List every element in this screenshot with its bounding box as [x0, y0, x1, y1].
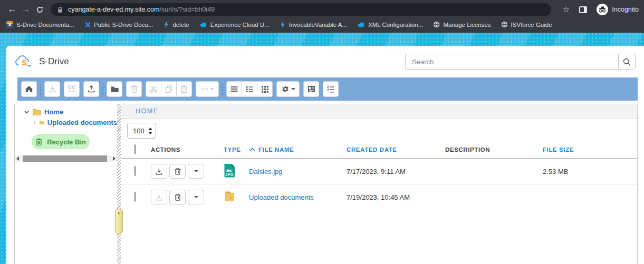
view-button-group — [226, 81, 273, 97]
sdrive-logo-icon: S — [15, 55, 33, 69]
folder-icon — [33, 109, 41, 115]
toolbar-separator — [37, 84, 44, 94]
lock-icon — [57, 6, 63, 13]
bookmark-sdrive-documentation[interactable]: S S-Drive Documenta... — [6, 21, 74, 28]
search-button[interactable] — [618, 54, 636, 70]
trash-icon — [174, 193, 181, 201]
collapse-panel-handle[interactable]: ‹ — [115, 209, 123, 234]
bookmark-star-icon[interactable]: ☆ — [563, 5, 570, 14]
paste-button[interactable] — [176, 81, 192, 97]
upload-icon — [87, 85, 95, 93]
chevron-down-icon — [194, 170, 198, 172]
copy-button[interactable] — [161, 81, 177, 97]
bookmark-manage-licenses[interactable]: Manage Licenses — [433, 21, 491, 28]
gear-icon — [281, 85, 290, 93]
increment-icon[interactable] — [148, 128, 152, 130]
more-actions-button[interactable] — [196, 81, 219, 97]
column-header-type[interactable]: TYPE — [224, 146, 249, 153]
grid-view-button[interactable] — [257, 81, 273, 97]
scrollbar-track[interactable] — [21, 155, 111, 162]
row-download-button[interactable] — [151, 164, 167, 179]
table-row: Uploaded documents 7/19/2023, 10:45 AM — [121, 184, 637, 210]
column-header-actions: ACTIONS — [151, 146, 224, 153]
select-items-button[interactable] — [323, 81, 339, 97]
url-domain: cyangate-a-dev-ed.my.site.com — [68, 6, 159, 13]
row-delete-button[interactable] — [169, 190, 186, 204]
chevron-down-icon — [291, 88, 295, 90]
ellipsis-icon — [201, 88, 208, 90]
settings-button[interactable] — [276, 81, 300, 97]
list-view-button[interactable] — [226, 81, 242, 97]
tree-horizontal-scrollbar[interactable] — [15, 155, 117, 162]
row-menu-button[interactable] — [188, 164, 204, 179]
incognito-label: Incognito — [612, 6, 639, 13]
search-input[interactable] — [405, 54, 618, 70]
reload-button[interactable] — [33, 3, 46, 16]
chevron-down-icon[interactable] — [24, 109, 30, 115]
bookmark-experience-cloud[interactable]: Experience Cloud U... — [199, 22, 270, 28]
side-panel-icon[interactable] — [579, 6, 587, 13]
preview-pane-button[interactable] — [303, 81, 319, 97]
multi-download-button[interactable] — [64, 81, 80, 97]
new-folder-button[interactable] — [107, 81, 122, 97]
recycle-bin-button[interactable]: Recycle Bin — [32, 134, 90, 149]
file-link[interactable]: Daisies.jpg — [249, 168, 283, 175]
tree-panel-empty — [15, 162, 117, 264]
scroll-left-button[interactable] — [15, 155, 21, 162]
trash-icon — [174, 168, 181, 175]
panel-splitter[interactable]: ‹ — [117, 104, 121, 264]
page-size-stepper[interactable]: 100 — [127, 123, 156, 139]
column-header-description: DESCRIPTION — [445, 146, 543, 153]
folder-link[interactable]: Uploaded documents — [249, 193, 314, 201]
home-button[interactable] — [21, 81, 37, 97]
folder-icon — [224, 190, 236, 202]
preview-pane-icon — [307, 85, 315, 93]
cloud-favicon — [357, 22, 365, 27]
back-button[interactable]: ← — [5, 3, 19, 16]
row-menu-button[interactable] — [188, 190, 204, 204]
row-checkbox[interactable] — [134, 192, 136, 202]
grid-view-icon — [261, 85, 269, 93]
bookmark-invocablevariable[interactable]: InvocableVariable A... — [280, 21, 347, 28]
page-size-value[interactable]: 100 — [133, 127, 148, 135]
table-header-row: ACTIONS TYPE FILE NAME CREATED DATE DESC… — [121, 141, 637, 159]
sdrive-app-card: S S-Drive — [6, 46, 644, 264]
tree-item-uploaded-documents[interactable]: Uploaded documents — [15, 117, 117, 128]
breadcrumb[interactable]: HOME — [136, 107, 159, 115]
bookmark-public-sdrive-docs[interactable]: Public S-Drive Docu... — [84, 22, 153, 28]
detail-view-button[interactable] — [242, 81, 257, 97]
download-button[interactable] — [44, 81, 60, 97]
scrollbar-thumb[interactable] — [23, 155, 107, 162]
file-toolbar — [17, 77, 638, 101]
cut-button[interactable] — [146, 81, 161, 97]
decrement-icon[interactable] — [148, 132, 152, 134]
upload-button[interactable] — [83, 81, 99, 97]
row-download-button[interactable] — [151, 190, 167, 204]
chevron-down-icon — [194, 196, 198, 198]
url-bar[interactable]: cyangate-a-dev-ed.my.site.com/surl/s/?si… — [51, 3, 551, 16]
incognito-indicator: Incognito — [597, 4, 639, 15]
chevron-right-icon[interactable] — [33, 120, 36, 125]
select-all-checkbox[interactable] — [134, 144, 136, 154]
column-header-file-name[interactable]: FILE NAME — [258, 146, 294, 153]
tree-item-label: Uploaded documents — [47, 119, 117, 126]
app-title: S-Drive — [39, 56, 69, 67]
column-header-created-date[interactable]: CREATED DATE — [347, 146, 445, 153]
bookmark-isvforce-guide[interactable]: ISVforce Guide — [501, 21, 552, 28]
trash-icon — [35, 138, 43, 146]
tree-item-home[interactable]: Home — [15, 106, 117, 117]
breadcrumb-bar: HOME — [121, 104, 637, 119]
delete-button[interactable] — [126, 81, 142, 97]
incognito-icon — [597, 4, 608, 15]
bookmark-xml-configuration[interactable]: XML Configuration... — [357, 22, 423, 28]
row-checkbox[interactable] — [134, 166, 136, 176]
row-delete-button[interactable] — [169, 164, 186, 179]
forward-button[interactable]: → — [19, 3, 33, 16]
column-header-file-size[interactable]: FILE SIZE — [543, 146, 637, 153]
folder-icon — [110, 85, 119, 93]
scroll-right-button[interactable] — [111, 155, 117, 162]
browser-chrome: ← → cyangate-a-dev-ed.my.site.com/surl/s… — [0, 0, 644, 33]
file-size-cell: 2.53 MB — [543, 168, 637, 175]
bookmark-delete[interactable]: delete — [163, 21, 189, 28]
reload-icon — [36, 6, 44, 14]
